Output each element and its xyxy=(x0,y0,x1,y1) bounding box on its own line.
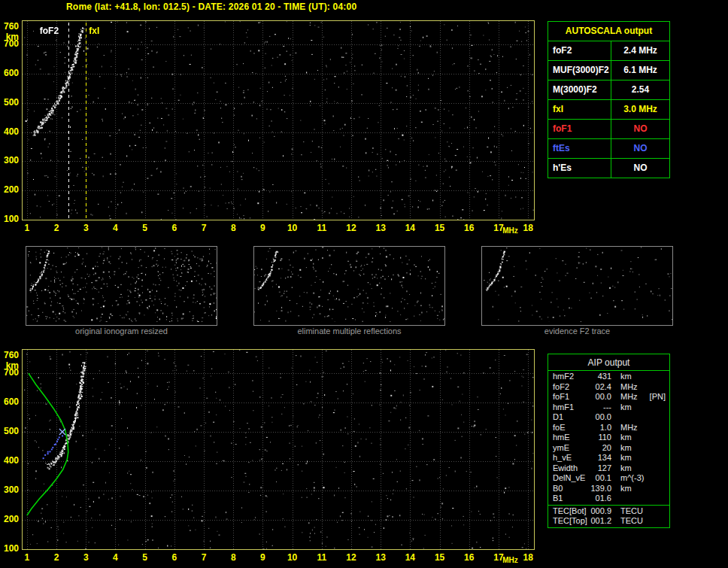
y-tick-label: 100 xyxy=(0,214,19,224)
x-tick-label: 5 xyxy=(134,223,156,233)
aip-row-h_vE: h_vE134km xyxy=(548,453,669,463)
x-axis-unit-mhz: MHz xyxy=(502,555,526,565)
y-tick-label: 100 xyxy=(0,544,19,554)
thumbnail-eliminate-multiples xyxy=(253,246,445,326)
x-tick-label: 12 xyxy=(340,553,362,563)
autoscala-param-label: M(3000)F2 xyxy=(548,80,611,99)
aip-param-value: 02.4 xyxy=(586,382,611,393)
autoscala-param-label: MUF(3000)F2 xyxy=(548,61,611,80)
aip-param-value: 134 xyxy=(586,453,611,463)
aip-param-label: B0 xyxy=(548,484,586,494)
aip-param-value: 00.1 xyxy=(586,473,611,484)
thumbnail-canvas-original xyxy=(26,247,217,322)
aip-param-unit: m^(-3) xyxy=(620,473,644,484)
aip-param-unit: km xyxy=(620,372,632,382)
x-tick-label: 1 xyxy=(16,553,38,563)
x-tick-label: 15 xyxy=(429,553,451,563)
aip-param-note: [PN] xyxy=(650,392,669,402)
aip-param-value: --- xyxy=(586,402,611,413)
aip-row-D1: D100.0 xyxy=(548,412,669,423)
x-tick-label: 6 xyxy=(163,553,186,563)
y-tick-label: 600 xyxy=(0,397,19,407)
y-tick-label: 500 xyxy=(0,98,19,108)
tec-section: TEC[Bot]000.9TECUTEC[Top]001.2TECU xyxy=(548,505,669,527)
x-tick-label: 13 xyxy=(369,223,392,233)
ionogram-plot-bottom xyxy=(22,349,535,550)
y-tick-label: 500 xyxy=(0,427,19,436)
aip-row-foE: foE1.0MHz xyxy=(548,423,669,433)
autoscala-param-label: foF2 xyxy=(548,41,611,60)
autoscala-row-h'Es: h'EsNO xyxy=(548,158,669,178)
x-tick-label: 1 xyxy=(16,223,38,233)
autoscala-row-foF1: foF1NO xyxy=(548,119,669,138)
autoscala-param-value: NO xyxy=(611,159,669,178)
x-tick-label: 8 xyxy=(222,223,244,233)
annotation-label-fxI: fxI xyxy=(89,26,99,35)
y-tick-label: 400 xyxy=(0,127,19,137)
x-tick-label: 9 xyxy=(251,223,274,233)
aip-param-value: 01.6 xyxy=(586,494,611,504)
x-tick-label: 14 xyxy=(399,223,421,233)
autoscala-param-value: NO xyxy=(611,120,669,138)
x-tick-label: 11 xyxy=(311,223,333,233)
aip-row-TEC[Top]: TEC[Top]001.2TECU xyxy=(548,516,669,527)
thumbnail-original-ionogram xyxy=(26,246,217,326)
aip-param-label: hmF2 xyxy=(548,372,586,382)
x-tick-label: 7 xyxy=(193,553,215,563)
ionogram-canvas-bottom xyxy=(23,350,534,549)
thumbnail-caption-multiples: eliminate multiple reflections xyxy=(253,327,445,336)
x-tick-label: 9 xyxy=(251,553,274,563)
x-tick-label: 12 xyxy=(340,223,362,233)
y-tick-label: 200 xyxy=(0,185,19,195)
aip-param-label: h_vE xyxy=(548,453,586,463)
y-axis-unit-km: km xyxy=(0,32,19,42)
aip-row-ymE: ymE20km xyxy=(548,443,669,454)
x-tick-label: 2 xyxy=(45,223,68,233)
aip-param-label: TEC[Bot] xyxy=(548,506,586,517)
autoscala-row-fxI: fxI3.0 MHz xyxy=(548,99,669,119)
aip-table-title: AIP output xyxy=(548,354,669,371)
x-tick-label: 4 xyxy=(104,223,126,233)
aip-param-value: 127 xyxy=(586,463,611,474)
aip-param-label: TEC[Top] xyxy=(548,516,586,527)
y-tick-label: 760 xyxy=(0,351,19,360)
x-tick-label: 7 xyxy=(193,223,215,233)
y-tick-label: 200 xyxy=(0,515,19,524)
thumbnail-canvas-multiples xyxy=(254,247,444,322)
aip-row-hmF2: hmF2431km xyxy=(548,372,669,382)
aip-param-label: foF1 xyxy=(548,392,586,402)
aip-param-unit: MHz xyxy=(620,392,638,402)
autoscala-row-foF2: foF22.4 MHz xyxy=(548,41,669,60)
autoscala-row-MUF(3000)F2: MUF(3000)F26.1 MHz xyxy=(548,60,669,80)
x-tick-label: 2 xyxy=(45,553,68,563)
x-tick-label: 15 xyxy=(429,223,451,233)
aip-row-B0: B0139.0km xyxy=(548,484,669,494)
aip-param-label: Ewidth xyxy=(548,463,586,474)
aip-param-unit: MHz xyxy=(620,423,638,433)
autoscala-param-value: NO xyxy=(611,139,669,158)
thumbnail-canvas-evidence xyxy=(482,247,672,322)
aip-param-label: foE xyxy=(548,423,586,433)
autoscala-param-value: 3.0 MHz xyxy=(611,100,669,119)
aip-param-unit: km xyxy=(620,443,632,454)
y-tick-label: 300 xyxy=(0,156,19,166)
x-tick-label: 10 xyxy=(281,553,304,563)
aip-row-foF2: foF202.4MHz xyxy=(548,382,669,393)
x-axis-unit-mhz: MHz xyxy=(502,226,526,235)
aip-param-unit: km xyxy=(620,402,632,413)
aip-row-B1: B101.6 xyxy=(548,494,669,504)
aip-param-label: ymE xyxy=(548,443,586,454)
station-date-header: Rome (lat: +41.8, lon: 012.5) - DATE: 20… xyxy=(66,2,356,12)
autoscala-param-label: fxI xyxy=(548,100,611,119)
aip-param-unit: km xyxy=(620,484,632,494)
aip-row-foF1: foF100.0MHz[PN] xyxy=(548,392,669,402)
ionogram-plot-top xyxy=(22,20,535,220)
x-tick-label: 14 xyxy=(399,553,421,563)
aip-param-value: 00.0 xyxy=(586,392,611,402)
autoscala-param-label: foF1 xyxy=(548,120,611,138)
x-tick-label: 8 xyxy=(222,553,244,563)
y-axis-unit-km: km xyxy=(0,361,19,371)
x-tick-label: 6 xyxy=(163,223,186,233)
autoscala-param-label: ftEs xyxy=(548,139,611,158)
aip-output-table: AIP output hmF2431kmfoF202.4MHzfoF100.0M… xyxy=(548,354,670,528)
